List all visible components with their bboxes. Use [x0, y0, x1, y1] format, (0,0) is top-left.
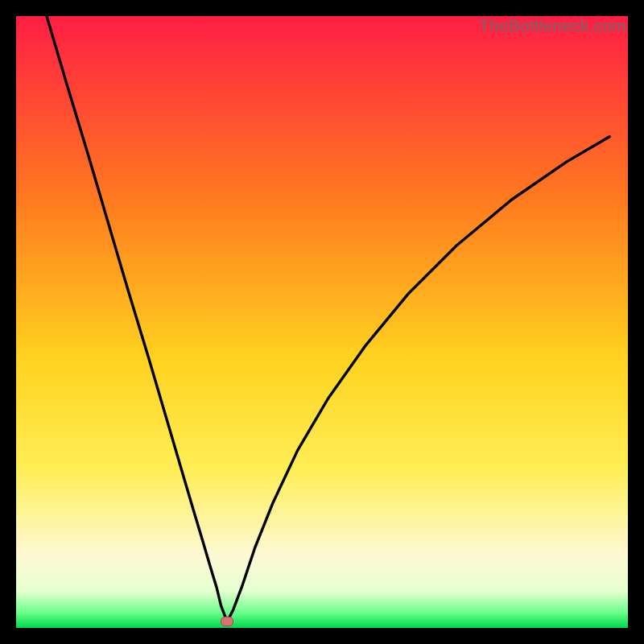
bottleneck-chart — [16, 16, 628, 628]
watermark-text: TheBottleneck.com — [479, 16, 626, 35]
plot-frame: TheBottleneck.com — [16, 16, 628, 628]
minimum-marker — [221, 617, 233, 626]
gradient-background — [16, 16, 628, 628]
